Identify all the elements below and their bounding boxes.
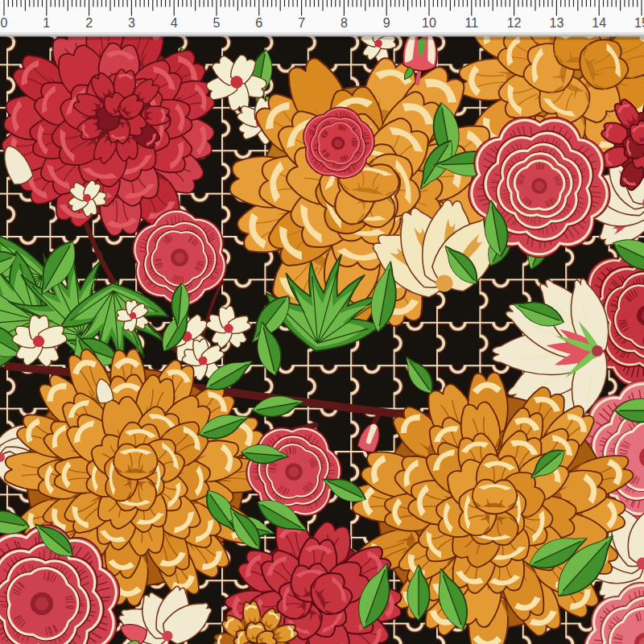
svg-text:13: 13 [550, 16, 564, 30]
svg-text:12: 12 [507, 16, 522, 30]
svg-text:8: 8 [341, 16, 348, 30]
svg-text:3: 3 [128, 16, 135, 30]
svg-text:7: 7 [298, 16, 305, 30]
svg-text:2: 2 [85, 16, 93, 30]
svg-text:14: 14 [592, 16, 606, 30]
svg-text:10: 10 [422, 16, 436, 30]
svg-text:6: 6 [255, 16, 262, 30]
svg-text:15: 15 [634, 16, 644, 30]
svg-text:9: 9 [383, 16, 390, 30]
svg-text:1: 1 [43, 16, 50, 30]
svg-text:4: 4 [171, 16, 178, 30]
svg-text:11: 11 [464, 16, 478, 30]
svg-text:5: 5 [213, 16, 221, 30]
svg-text:0: 0 [1, 16, 8, 30]
